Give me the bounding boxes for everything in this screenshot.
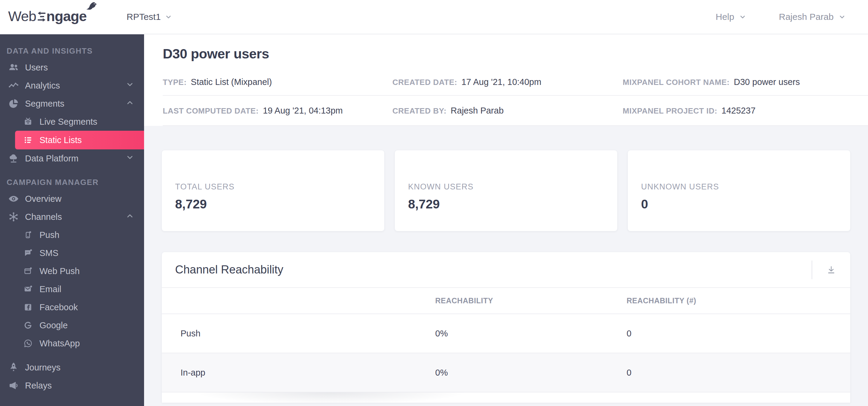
stats-row: TOTAL USERS8,729KNOWN USERS8,729UNKNOWN … xyxy=(161,150,850,231)
chevron-down-icon xyxy=(739,13,746,21)
channel-reachability-card: Channel Reachability REACHABILITYREACHAB… xyxy=(161,252,850,403)
whatsapp-icon xyxy=(23,337,33,350)
table-header-row: REACHABILITYREACHABILITY (#) xyxy=(162,288,850,314)
reachability-count: 0 xyxy=(627,368,850,378)
user-menu[interactable]: Rajesh Parab xyxy=(779,12,846,22)
sidebar-item-label: Static Lists xyxy=(39,135,82,145)
page-title: D30 power users xyxy=(163,46,868,62)
sidebar-item-label: Live Segments xyxy=(39,117,97,127)
table-body: Push0%0In-app0%0 xyxy=(162,314,850,393)
analytics-icon xyxy=(7,79,20,92)
sidebar-item-label: WhatsApp xyxy=(39,339,80,348)
sidebar-item-whatsapp[interactable]: WhatsApp xyxy=(0,334,144,352)
chevron-down-icon[interactable] xyxy=(126,154,134,164)
sidebar-item-channels[interactable]: Channels xyxy=(0,208,144,226)
sidebar-item-email[interactable]: Email xyxy=(0,280,144,298)
meta-mixpanel-cohort-name: MIXPANEL COHORT NAME:D30 power users xyxy=(623,77,868,87)
sidebar-section-campaign-manager: CAMPAIGN MANAGEROverviewChannelsPushSMSW… xyxy=(0,167,144,395)
meta-value: 1425237 xyxy=(721,106,755,116)
sidebar-item-sms[interactable]: SMS xyxy=(0,244,144,262)
chevron-down-icon xyxy=(165,13,172,21)
meta-value: 17 Aug '21, 10:40pm xyxy=(461,77,541,87)
stat-card-total-users: TOTAL USERS8,729 xyxy=(161,150,384,231)
topbar: Web ngage RPTest1 Help Rajesh Parab xyxy=(0,0,868,34)
sidebar-item-label: Analytics xyxy=(25,81,60,91)
sms-icon xyxy=(23,247,33,259)
sidebar: DATA AND INSIGHTSUsersAnalyticsSegmentsL… xyxy=(0,34,144,406)
sidebar-item-journeys[interactable]: Journeys xyxy=(0,359,144,376)
users-icon xyxy=(7,61,20,74)
sidebar-section-title: CAMPAIGN MANAGER xyxy=(0,175,144,190)
column-reachability-: REACHABILITY (#) xyxy=(627,296,850,305)
logo-text-web: Web xyxy=(8,8,36,24)
reachability-count: 0 xyxy=(627,329,850,339)
sidebar-item-label: Email xyxy=(39,284,61,294)
stat-label: KNOWN USERS xyxy=(408,182,617,192)
meta-value: Static List (Mixpanel) xyxy=(191,77,272,87)
sidebar-item-data-platform[interactable]: Data Platform xyxy=(0,149,144,167)
sidebar-section-title: DATA AND INSIGHTS xyxy=(0,43,144,59)
sidebar-item-google[interactable]: Google xyxy=(0,316,144,334)
webengage-logo[interactable]: Web ngage xyxy=(8,8,87,24)
logo-text-ngage: ngage xyxy=(46,8,87,24)
sidebar-item-label: Web Push xyxy=(39,266,80,276)
web-push-icon xyxy=(23,265,33,277)
main-content: D30 power users TYPE:Static List (Mixpan… xyxy=(144,34,868,406)
sidebar-item-static-lists[interactable]: Static Lists xyxy=(15,131,144,149)
sidebar-item-segments[interactable]: Segments xyxy=(0,95,144,113)
journeys-icon xyxy=(7,361,20,374)
sidebar-item-label: Overview xyxy=(25,194,61,204)
stat-label: UNKNOWN USERS xyxy=(641,182,850,192)
chevron-down-icon xyxy=(838,13,846,21)
project-selector[interactable]: RPTest1 xyxy=(127,0,172,34)
sidebar-item-live-segments[interactable]: Live Segments xyxy=(0,113,144,131)
download-icon xyxy=(827,265,836,275)
sidebar-item-web-push[interactable]: Web Push xyxy=(0,262,144,280)
sidebar-item-relays[interactable]: Relays xyxy=(0,376,144,395)
chevron-down-icon[interactable] xyxy=(126,81,134,91)
google-icon xyxy=(23,319,33,332)
chevron-up-icon[interactable] xyxy=(126,212,134,222)
stat-value: 0 xyxy=(641,197,850,211)
table-row-push: Push0%0 xyxy=(162,314,850,353)
sidebar-item-analytics[interactable]: Analytics xyxy=(0,76,144,95)
download-area xyxy=(812,261,850,279)
stat-value: 8,729 xyxy=(408,197,617,211)
topbar-right: Help Rajesh Parab xyxy=(716,0,846,34)
column-reachability: REACHABILITY xyxy=(435,296,627,305)
help-label: Help xyxy=(716,12,735,22)
project-name: RPTest1 xyxy=(127,12,161,22)
help-menu[interactable]: Help xyxy=(716,12,747,22)
chevron-up-icon[interactable] xyxy=(126,99,134,109)
sidebar-item-push[interactable]: Push xyxy=(0,226,144,244)
sidebar-item-users[interactable]: Users xyxy=(0,59,144,76)
sidebar-item-label: Segments xyxy=(25,99,64,109)
download-button[interactable] xyxy=(823,262,840,278)
table-row-in-app: In-app0%0 xyxy=(162,353,850,393)
channels-icon xyxy=(7,210,20,223)
relays-icon xyxy=(7,379,20,392)
logo-bird-icon xyxy=(84,1,99,16)
sidebar-item-overview[interactable]: Overview xyxy=(0,190,144,208)
meta-value: 19 Aug '21, 04:13pm xyxy=(263,106,343,116)
meta-label: TYPE: xyxy=(163,78,187,87)
meta-value: Rajesh Parab xyxy=(451,106,504,116)
stat-card-known-users: KNOWN USERS8,729 xyxy=(395,150,618,231)
sidebar-item-facebook[interactable]: Facebook xyxy=(0,298,144,316)
user-name: Rajesh Parab xyxy=(779,12,834,22)
meta-row-2: LAST COMPUTED DATE:19 Aug '21, 04:13pmCR… xyxy=(163,96,868,126)
channel-name: In-app xyxy=(162,368,435,378)
email-icon xyxy=(23,283,33,296)
stat-card-unknown-users: UNKNOWN USERS0 xyxy=(627,150,850,231)
meta-row-1: TYPE:Static List (Mixpanel)CREATED DATE:… xyxy=(163,62,868,96)
sidebar-item-label: SMS xyxy=(39,248,59,258)
meta-label: CREATED DATE: xyxy=(393,78,457,87)
meta-label: CREATED BY: xyxy=(393,106,446,116)
logo-e-arrows-icon xyxy=(37,11,46,22)
live-segments-icon xyxy=(23,115,33,128)
sidebar-item-label: Facebook xyxy=(39,302,78,312)
sidebar-item-label: Channels xyxy=(25,212,62,222)
meta-mixpanel-project-id: MIXPANEL PROJECT ID:1425237 xyxy=(623,106,868,116)
sidebar-item-label: Journeys xyxy=(25,363,61,373)
sidebar-item-label: Users xyxy=(25,63,48,73)
